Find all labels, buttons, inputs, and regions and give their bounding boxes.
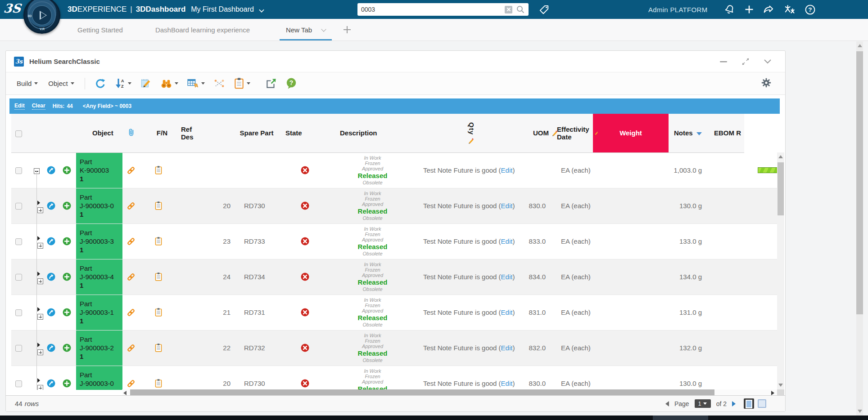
add-child-icon[interactable]: [63, 273, 71, 281]
object-cell[interactable]: PartJ-900003-01: [76, 366, 122, 390]
object-menu[interactable]: Object: [45, 77, 77, 90]
clipboard-icon[interactable]: [154, 237, 163, 246]
description-edit-link[interactable]: Edit: [501, 344, 513, 352]
clipboard-icon[interactable]: [154, 379, 163, 388]
search-input[interactable]: [361, 6, 505, 13]
help-icon[interactable]: ?: [805, 4, 816, 15]
collapse-chevron-icon[interactable]: [764, 59, 772, 64]
link-icon[interactable]: [126, 237, 136, 246]
where-used-icon[interactable]: [47, 344, 55, 352]
weight-column-header[interactable]: Weight: [593, 114, 669, 152]
where-used-icon[interactable]: [47, 237, 55, 246]
clipboard-icon[interactable]: [154, 308, 163, 317]
row-checkbox[interactable]: [15, 345, 22, 352]
find-button[interactable]: [158, 76, 181, 91]
where-used-icon[interactable]: [47, 379, 55, 388]
link-icon[interactable]: [126, 343, 136, 353]
where-used-icon[interactable]: [47, 308, 55, 317]
scroll-up-arrow-icon[interactable]: [778, 155, 783, 158]
description-edit-link[interactable]: Edit: [501, 308, 513, 316]
spare-part-column-header[interactable]: Spare Part: [234, 114, 279, 152]
part-name[interactable]: J-900003-0: [80, 379, 119, 388]
object-column-header[interactable]: Object: [76, 114, 122, 152]
expand-node-icon[interactable]: [37, 207, 43, 213]
expand-node-icon[interactable]: [37, 243, 43, 249]
link-icon[interactable]: [126, 165, 136, 175]
description-edit-link[interactable]: Edit: [501, 237, 513, 245]
part-name[interactable]: J-900003-0: [80, 201, 119, 210]
edit-pencil-icon[interactable]: [594, 130, 599, 136]
build-menu[interactable]: Build: [13, 77, 41, 90]
expand-arrow-icon[interactable]: [37, 236, 40, 241]
clipboard-icon[interactable]: [154, 343, 163, 353]
object-cell[interactable]: PartJ-900003-21: [76, 330, 122, 366]
link-icon[interactable]: [126, 272, 136, 282]
state-column-header[interactable]: State: [279, 114, 331, 152]
expand-node-icon[interactable]: [37, 278, 43, 284]
part-name[interactable]: J-900003-4: [80, 273, 119, 281]
filter-edit-link[interactable]: Edit: [14, 103, 25, 110]
dashboard-chevron-icon[interactable]: [259, 8, 265, 11]
help-button[interactable]: ?: [283, 76, 300, 91]
page-scroll-thumb[interactable]: [856, 51, 863, 314]
row-checkbox[interactable]: [15, 309, 22, 316]
tab-dashboard-learning[interactable]: DashBoard learning experience: [154, 19, 252, 40]
description-column-header[interactable]: Description: [331, 114, 414, 152]
table-view-icon[interactable]: [744, 398, 754, 409]
link-icon[interactable]: [126, 308, 136, 317]
compare-button[interactable]: [211, 76, 228, 91]
user-menu[interactable]: Admin PLATFORM: [648, 0, 707, 19]
ebom-column-header[interactable]: EBOM R: [707, 114, 744, 152]
where-used-icon[interactable]: [47, 201, 55, 210]
description-edit-link[interactable]: Edit: [501, 380, 513, 387]
page-select[interactable]: 1: [695, 399, 711, 408]
add-child-icon[interactable]: [63, 201, 71, 210]
refdes-column-header[interactable]: Ref Des: [171, 114, 234, 152]
minimize-icon[interactable]: [719, 58, 728, 66]
notes-column-header[interactable]: Notes: [669, 114, 707, 152]
sort-button[interactable]: AZ: [112, 76, 134, 91]
part-name[interactable]: J-900003-1: [80, 308, 119, 317]
export-button[interactable]: [262, 76, 280, 91]
maximize-icon[interactable]: [741, 57, 750, 66]
where-used-icon[interactable]: [47, 166, 55, 174]
expand-node-icon[interactable]: [37, 349, 43, 355]
object-cell[interactable]: PartK-9000031: [76, 153, 122, 188]
refresh-button[interactable]: [92, 76, 109, 91]
part-name[interactable]: J-900003-3: [80, 237, 119, 246]
add-child-icon[interactable]: [63, 379, 71, 388]
part-name[interactable]: J-900003-2: [80, 344, 119, 352]
filter-clear-link[interactable]: Clear: [32, 103, 45, 110]
add-child-icon[interactable]: [63, 308, 71, 317]
add-child-icon[interactable]: [63, 237, 71, 246]
object-cell[interactable]: PartJ-900003-41: [76, 259, 122, 295]
edit-pencil-icon[interactable]: [468, 138, 475, 144]
communities-user-icon[interactable]: [783, 4, 796, 15]
object-cell[interactable]: PartJ-900003-11: [76, 295, 122, 330]
effectivity-column-header[interactable]: Effectivity Date: [550, 114, 593, 152]
previous-page-icon[interactable]: [665, 401, 669, 407]
edit-button[interactable]: [137, 76, 154, 91]
expand-node-icon[interactable]: [37, 314, 43, 320]
expand-arrow-icon[interactable]: [37, 378, 40, 383]
page-scroll-up-icon[interactable]: [858, 44, 862, 47]
row-checkbox[interactable]: [15, 167, 22, 174]
expand-arrow-icon[interactable]: [37, 343, 40, 347]
clipboard-button[interactable]: [231, 76, 253, 91]
qty-column-header[interactable]: Qty: [414, 114, 522, 152]
row-checkbox[interactable]: [15, 203, 22, 210]
where-used-icon[interactable]: [47, 273, 55, 281]
select-all-checkbox[interactable]: [15, 130, 22, 137]
add-child-icon[interactable]: [63, 166, 71, 174]
object-cell[interactable]: PartJ-900003-01: [76, 188, 122, 223]
search-icon[interactable]: [516, 5, 525, 14]
clipboard-icon[interactable]: [154, 165, 163, 175]
expand-node-icon[interactable]: [37, 385, 43, 389]
part-name[interactable]: K-900003: [80, 166, 119, 174]
expand-arrow-icon[interactable]: [37, 307, 40, 312]
description-edit-link[interactable]: Edit: [501, 166, 513, 174]
expand-arrow-icon[interactable]: [37, 272, 40, 276]
row-checkbox[interactable]: [15, 274, 22, 281]
clipboard-icon[interactable]: [154, 201, 163, 210]
link-icon[interactable]: [126, 379, 136, 389]
